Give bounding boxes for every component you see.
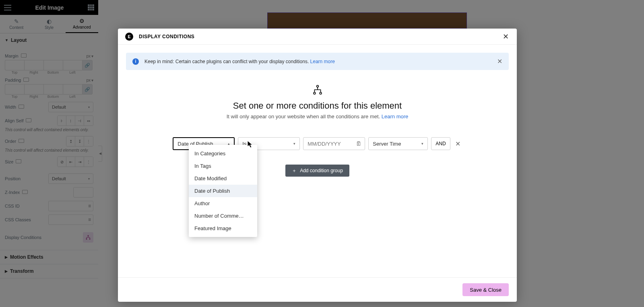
close-modal-button[interactable]: ✕ <box>502 33 510 41</box>
condition-type-dropdown: In Categories In Tags Date Modified Date… <box>189 145 257 237</box>
learn-more-link[interactable]: Learn more <box>310 59 335 64</box>
dropdown-option[interactable]: Number of Comme… <box>189 210 257 222</box>
learn-more-link[interactable]: Learn more <box>382 113 408 120</box>
elementor-logo-icon: E <box>125 33 133 41</box>
info-icon: i <box>132 58 139 65</box>
hero-subtitle: It will only appear on your website when… <box>126 113 509 120</box>
button-label: Add condition group <box>300 168 343 173</box>
condition-time-select[interactable]: Server Time ▾ <box>368 137 428 150</box>
calendar-icon[interactable]: 🗓 <box>356 140 361 147</box>
add-condition-group-button[interactable]: ＋ Add condition group <box>285 165 349 177</box>
dropdown-option[interactable]: Author <box>189 197 257 210</box>
dropdown-option[interactable]: In Tags <box>189 160 257 172</box>
display-conditions-modal: E DISPLAY CONDITIONS ✕ i Keep in mind: C… <box>118 29 517 302</box>
select-value: Server Time <box>373 141 401 147</box>
sitemap-icon <box>312 84 323 95</box>
save-close-button[interactable]: Save & Close <box>462 283 509 296</box>
plus-icon: ＋ <box>292 167 297 174</box>
modal-footer: Save & Close <box>118 277 517 302</box>
modal-hero: Set one or more conditions for this elem… <box>126 84 509 120</box>
banner-text: Keep in mind: Certain cache plugins can … <box>144 59 335 64</box>
svg-point-5 <box>320 92 322 94</box>
remove-condition-button[interactable]: ✕ <box>454 140 462 148</box>
modal-header: E DISPLAY CONDITIONS ✕ <box>118 29 517 45</box>
svg-point-4 <box>314 92 316 94</box>
dropdown-option[interactable]: In Categories <box>189 147 257 160</box>
dropdown-option[interactable]: Date of Publish <box>189 185 257 197</box>
logic-button[interactable]: AND <box>431 137 450 150</box>
chevron-down-icon: ▾ <box>421 142 423 146</box>
condition-row: Date of Publish ▴ Is ▾ 🗓 Server Time ▾ A… <box>126 137 509 150</box>
dropdown-option[interactable]: Date Modified <box>189 172 257 185</box>
info-banner: i Keep in mind: Certain cache plugins ca… <box>126 53 509 70</box>
hero-title: Set one or more conditions for this elem… <box>126 101 509 111</box>
modal-title: DISPLAY CONDITIONS <box>139 34 502 39</box>
condition-date-input[interactable]: 🗓 <box>303 137 365 150</box>
chevron-down-icon: ▾ <box>293 142 295 146</box>
date-field[interactable] <box>308 141 361 147</box>
dropdown-option[interactable]: Featured Image <box>189 222 257 235</box>
dismiss-banner-button[interactable]: ✕ <box>497 58 502 65</box>
svg-point-3 <box>316 85 318 87</box>
